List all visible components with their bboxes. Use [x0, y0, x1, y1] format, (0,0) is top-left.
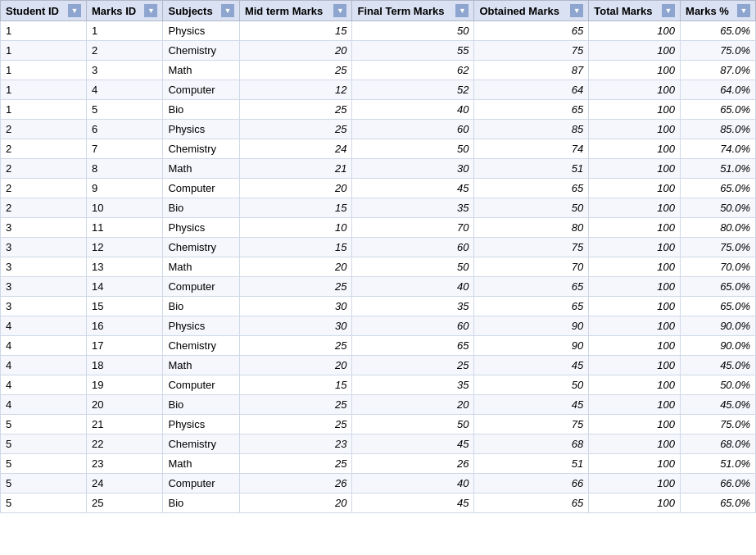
cell-marks_percent: 51.0%	[681, 159, 756, 179]
cell-marks_percent: 75.0%	[681, 41, 756, 61]
cell-total_marks: 100	[589, 100, 681, 120]
table-row: 419Computer15355010050.0%	[1, 375, 756, 395]
table-row: 522Chemistry23456810068.0%	[1, 434, 756, 454]
table-row: 12Chemistry20557510075.0%	[1, 41, 756, 61]
cell-mid_term_marks: 15	[239, 238, 352, 257]
table-row: 29Computer20456510065.0%	[1, 179, 756, 198]
cell-student_id: 5	[1, 494, 87, 513]
cell-subjects: Chemistry	[163, 434, 239, 454]
cell-marks_id: 9	[87, 179, 163, 198]
cell-total_marks: 100	[589, 61, 681, 80]
cell-final_term_marks: 40	[352, 474, 474, 494]
cell-mid_term_marks: 15	[239, 375, 352, 395]
cell-final_term_marks: 35	[352, 375, 474, 395]
cell-marks_percent: 87.0%	[681, 61, 756, 80]
cell-final_term_marks: 50	[352, 21, 474, 41]
column-label-subjects: Subjects	[168, 5, 212, 17]
filter-button-marks_percent[interactable]: ▼	[737, 4, 750, 17]
cell-marks_percent: 51.0%	[681, 454, 756, 474]
cell-student_id: 5	[1, 474, 87, 494]
cell-obtained_marks: 66	[474, 474, 589, 494]
cell-obtained_marks: 45	[474, 356, 589, 375]
cell-mid_term_marks: 24	[239, 139, 352, 159]
cell-obtained_marks: 75	[474, 238, 589, 257]
filter-button-final_term_marks[interactable]: ▼	[455, 4, 469, 17]
cell-final_term_marks: 50	[352, 139, 474, 159]
cell-total_marks: 100	[589, 238, 681, 257]
filter-button-marks_id[interactable]: ▼	[144, 4, 157, 17]
cell-marks_id: 8	[87, 159, 163, 179]
cell-mid_term_marks: 25	[239, 336, 352, 356]
cell-mid_term_marks: 10	[239, 218, 352, 238]
cell-final_term_marks: 60	[352, 120, 474, 139]
filter-button-subjects[interactable]: ▼	[221, 4, 234, 17]
cell-marks_percent: 65.0%	[681, 297, 756, 316]
cell-total_marks: 100	[589, 395, 681, 415]
cell-mid_term_marks: 20	[239, 41, 352, 61]
cell-marks_percent: 74.0%	[681, 139, 756, 159]
cell-mid_term_marks: 15	[239, 21, 352, 41]
cell-marks_percent: 65.0%	[681, 179, 756, 198]
cell-obtained_marks: 50	[474, 375, 589, 395]
cell-marks_id: 16	[87, 316, 163, 336]
cell-marks_id: 11	[87, 218, 163, 238]
cell-marks_id: 1	[87, 21, 163, 41]
table-row: 315Bio30356510065.0%	[1, 297, 756, 316]
cell-obtained_marks: 85	[474, 120, 589, 139]
cell-marks_id: 18	[87, 356, 163, 375]
table-row: 313Math20507010070.0%	[1, 257, 756, 277]
cell-subjects: Chemistry	[163, 139, 239, 159]
cell-final_term_marks: 35	[352, 297, 474, 316]
cell-total_marks: 100	[589, 218, 681, 238]
table-row: 525Bio20456510065.0%	[1, 494, 756, 513]
cell-obtained_marks: 90	[474, 336, 589, 356]
cell-final_term_marks: 70	[352, 218, 474, 238]
cell-student_id: 5	[1, 415, 87, 434]
cell-marks_id: 10	[87, 198, 163, 218]
cell-mid_term_marks: 20	[239, 257, 352, 277]
filter-button-student_id[interactable]: ▼	[68, 4, 81, 17]
cell-obtained_marks: 50	[474, 198, 589, 218]
cell-mid_term_marks: 25	[239, 415, 352, 434]
cell-final_term_marks: 40	[352, 100, 474, 120]
cell-obtained_marks: 65	[474, 297, 589, 316]
column-header-total_marks: Total Marks▼	[589, 1, 681, 21]
cell-marks_percent: 75.0%	[681, 238, 756, 257]
cell-marks_id: 14	[87, 277, 163, 297]
cell-obtained_marks: 80	[474, 218, 589, 238]
cell-total_marks: 100	[589, 375, 681, 395]
cell-final_term_marks: 52	[352, 80, 474, 100]
cell-final_term_marks: 35	[352, 198, 474, 218]
cell-marks_id: 22	[87, 434, 163, 454]
cell-final_term_marks: 60	[352, 238, 474, 257]
cell-obtained_marks: 70	[474, 257, 589, 277]
cell-obtained_marks: 65	[474, 494, 589, 513]
cell-subjects: Math	[163, 356, 239, 375]
cell-student_id: 4	[1, 375, 87, 395]
cell-mid_term_marks: 25	[239, 277, 352, 297]
filter-button-mid_term_marks[interactable]: ▼	[333, 4, 346, 17]
cell-mid_term_marks: 20	[239, 356, 352, 375]
cell-marks_percent: 68.0%	[681, 434, 756, 454]
table-row: 521Physics25507510075.0%	[1, 415, 756, 434]
cell-total_marks: 100	[589, 120, 681, 139]
cell-final_term_marks: 50	[352, 257, 474, 277]
cell-obtained_marks: 51	[474, 159, 589, 179]
cell-marks_percent: 45.0%	[681, 356, 756, 375]
cell-student_id: 1	[1, 61, 87, 80]
column-header-subjects: Subjects▼	[163, 1, 239, 21]
filter-button-total_marks[interactable]: ▼	[662, 4, 675, 17]
cell-final_term_marks: 55	[352, 41, 474, 61]
cell-marks_id: 2	[87, 41, 163, 61]
cell-obtained_marks: 68	[474, 434, 589, 454]
cell-subjects: Physics	[163, 415, 239, 434]
cell-marks_id: 23	[87, 454, 163, 474]
cell-obtained_marks: 65	[474, 21, 589, 41]
table-row: 311Physics10708010080.0%	[1, 218, 756, 238]
filter-button-obtained_marks[interactable]: ▼	[570, 4, 583, 17]
cell-total_marks: 100	[589, 434, 681, 454]
cell-subjects: Bio	[163, 395, 239, 415]
cell-total_marks: 100	[589, 474, 681, 494]
cell-total_marks: 100	[589, 139, 681, 159]
cell-marks_percent: 90.0%	[681, 336, 756, 356]
